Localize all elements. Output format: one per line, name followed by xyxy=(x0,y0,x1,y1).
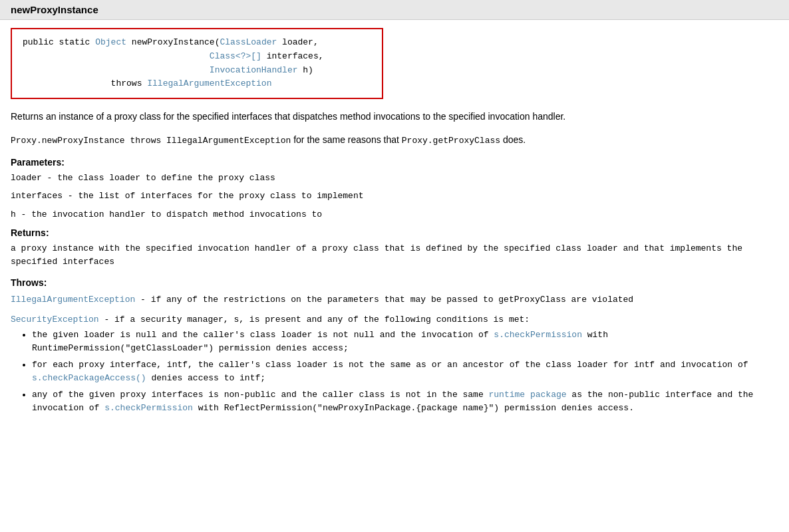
bullet-1-link[interactable]: s.checkPermission xyxy=(494,330,582,340)
throws-section: Throws: IllegalArgumentException - if an… xyxy=(11,277,778,414)
parameters-section: Parameters: loader - the class loader to… xyxy=(11,157,778,221)
bullet-3: any of the given proxy interfaces is non… xyxy=(32,388,778,414)
sig-method: newProxyInstance( xyxy=(126,37,220,47)
sig-exception-link[interactable]: IllegalArgumentException xyxy=(147,78,271,88)
throws-inline-exception: IllegalArgumentException xyxy=(166,136,291,146)
param-h: h - the invocation handler to dispatch m… xyxy=(11,208,778,221)
sig-handler-link[interactable]: InvocationHandler xyxy=(210,65,298,75)
param-loader-name: loader xyxy=(11,173,42,183)
sig-prefix: public static xyxy=(23,37,95,47)
throws-label: Throws: xyxy=(11,277,778,288)
bullet-2-suffix: denies access to intf; xyxy=(146,373,265,383)
param-interfaces-name: interfaces xyxy=(11,191,63,201)
sig-object-link[interactable]: Object xyxy=(95,37,126,47)
param-loader-desc: - the class loader to define the proxy c… xyxy=(42,173,275,183)
bullet-2: for each proxy interface, intf, the call… xyxy=(32,358,778,384)
throws-security-exception-link[interactable]: SecurityException xyxy=(11,315,99,325)
throws-illegal-argument-desc: - if any of the restrictions on the para… xyxy=(135,295,633,305)
parameters-label: Parameters: xyxy=(11,157,778,168)
signature-box: public static Object newProxyInstance(Cl… xyxy=(11,28,383,99)
throws-inline-suffix: does. xyxy=(500,134,526,145)
bullet-3-link1[interactable]: runtime package xyxy=(489,390,567,400)
throws-illegal-argument: IllegalArgumentException - if any of the… xyxy=(11,292,778,307)
page-container: newProxyInstance public static Object ne… xyxy=(0,0,789,532)
throws-security-exception: SecurityException - if a security manage… xyxy=(11,312,778,415)
returns-section: Returns: a proxy instance with the speci… xyxy=(11,227,778,268)
throws-illegal-argument-link[interactable]: IllegalArgumentException xyxy=(11,295,135,305)
bullet-2-link[interactable]: s.checkPackageAccess() xyxy=(32,373,146,383)
returns-label: Returns: xyxy=(11,227,778,238)
param-h-desc: - the invocation handler to dispatch met… xyxy=(16,209,322,219)
throws-inline-mid: for the same reasons that xyxy=(291,134,402,145)
throws-inline-desc: Proxy.newProxyInstance throws IllegalArg… xyxy=(11,133,778,148)
sig-class-link[interactable]: Class<?>[] xyxy=(210,51,261,61)
bullet-1-prefix: the given loader is null and the caller'… xyxy=(32,330,494,340)
param-interfaces-desc: - the list of interfaces for the proxy c… xyxy=(63,191,363,201)
sig-classloader-link[interactable]: ClassLoader xyxy=(220,37,277,47)
bullet-3-suffix: with ReflectPermission("newProxyInPackag… xyxy=(193,403,634,413)
param-h-name: h xyxy=(11,209,16,219)
throws-inline-code2: Proxy.getProxyClass xyxy=(402,136,500,146)
bullet-3-prefix: any of the given proxy interfaces is non… xyxy=(32,390,489,400)
returns-text: a proxy instance with the specified invo… xyxy=(11,242,778,268)
header-bar: newProxyInstance xyxy=(0,0,789,20)
bullet-3-link2[interactable]: s.checkPermission xyxy=(104,403,193,413)
throws-inline-code1: Proxy.newProxyInstance throws xyxy=(11,136,166,146)
security-bullets: the given loader is null and the caller'… xyxy=(32,329,778,414)
throws-security-exception-desc: - if a security manager, s, is present a… xyxy=(99,315,530,325)
main-description: Returns an instance of a proxy class for… xyxy=(11,110,778,124)
param-loader: loader - the class loader to define the … xyxy=(11,172,778,185)
signature-code: public static Object newProxyInstance(Cl… xyxy=(23,36,371,91)
content-area: public static Object newProxyInstance(Cl… xyxy=(0,20,789,429)
bullet-2-prefix: for each proxy interface, intf, the call… xyxy=(32,360,748,370)
bullet-1: the given loader is null and the caller'… xyxy=(32,329,778,354)
page-title: newProxyInstance xyxy=(11,4,98,15)
param-interfaces: interfaces - the list of interfaces for … xyxy=(11,190,778,203)
